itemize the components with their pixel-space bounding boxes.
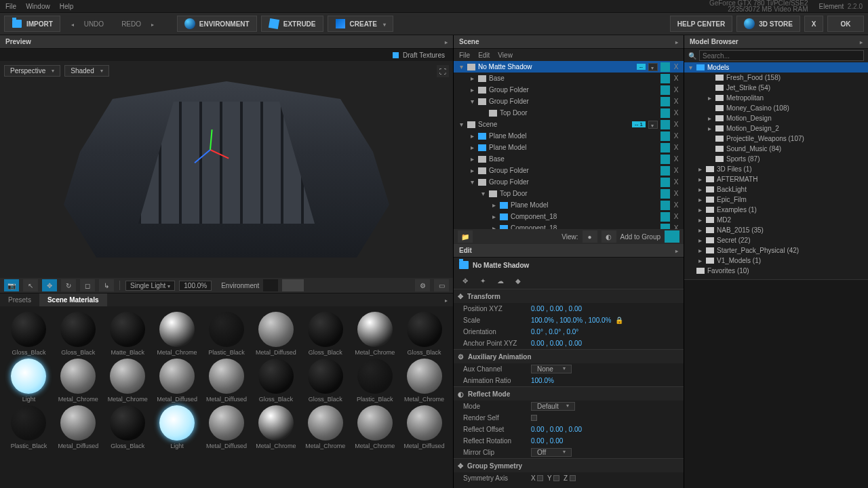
delete-icon[interactable]: X [671, 121, 681, 128]
tree-row[interactable]: Top DoorX [454, 107, 684, 119]
delete-icon[interactable]: X [671, 178, 681, 186]
tree-row[interactable]: ▸Plane ModelX [454, 199, 684, 211]
material-item[interactable]: Gloss_Black [55, 312, 102, 356]
scene-menu-file[interactable]: File [459, 52, 470, 59]
material-item[interactable]: Metal_Chrome [104, 359, 151, 403]
tree-row[interactable]: ▸BaseX [454, 153, 684, 165]
mirror-clip-dropdown[interactable]: Off [531, 448, 572, 457]
create-button[interactable]: CREATE [328, 16, 393, 32]
material-item[interactable]: Gloss_Black [252, 359, 299, 403]
collapse-icon[interactable] [675, 38, 678, 45]
material-item[interactable]: Metal_Chrome [401, 359, 448, 403]
diamond-icon[interactable]: ◆ [512, 274, 524, 287]
store-button[interactable]: 3D STORE [736, 16, 800, 32]
material-item[interactable]: Gloss_Black [302, 312, 349, 356]
delete-icon[interactable]: X [671, 144, 681, 151]
prop-scale-value[interactable]: 100.0% , 100.0% , 100.0% [531, 317, 611, 324]
display-icon[interactable]: ▭ [434, 279, 449, 291]
visibility-toggle[interactable] [660, 178, 670, 187]
material-item[interactable]: Metal_Diffused [203, 405, 250, 449]
material-item[interactable]: Gloss_Black [401, 312, 448, 356]
view-mode-1[interactable]: ● [583, 230, 597, 243]
sym-y-checkbox[interactable] [553, 475, 559, 481]
browser-row[interactable]: Projectile_Weapons (107) [684, 134, 868, 144]
browser-row[interactable]: ▸3D Files (1) [684, 164, 868, 174]
anchor-tool[interactable]: ↳ [99, 279, 114, 291]
browser-row[interactable]: Favorites (10) [684, 266, 868, 276]
light-dropdown[interactable]: Single Light [125, 281, 175, 291]
sym-x-checkbox[interactable] [537, 475, 543, 481]
env-swatch[interactable] [282, 279, 304, 291]
tree-row[interactable]: ▸Component_18X [454, 211, 684, 222]
visibility-toggle[interactable] [660, 201, 670, 210]
browser-row[interactable]: ▸V1_Models (1) [684, 256, 868, 266]
menu-window[interactable]: Window [26, 3, 50, 10]
browser-row[interactable]: ▸Motion_Design [684, 113, 868, 123]
browser-row[interactable]: ▸MD2 [684, 215, 868, 225]
delete-icon[interactable]: X [671, 155, 681, 163]
section-reflect[interactable]: ◐Reflect Mode [454, 387, 684, 401]
material-item[interactable]: Gloss_Black [302, 359, 349, 403]
material-item[interactable]: Metal_Chrome [351, 312, 398, 356]
visibility-toggle[interactable] [660, 212, 670, 222]
prop-orient-value[interactable]: 0.0° , 0.0° , 0.0° [531, 328, 578, 336]
tree-row[interactable]: ▸Group FolderX [454, 84, 684, 96]
visibility-toggle[interactable] [660, 224, 670, 230]
tab-presets[interactable]: Presets [0, 293, 39, 306]
material-item[interactable]: Metal_Diffused [401, 405, 448, 449]
delete-icon[interactable]: X [671, 224, 681, 229]
collapse-icon[interactable] [439, 293, 453, 306]
material-item[interactable]: Metal_Diffused [203, 359, 250, 403]
collapse-icon[interactable] [675, 247, 678, 254]
move-tool[interactable]: ✥ [42, 279, 57, 291]
browser-row[interactable]: Sports (87) [684, 154, 868, 164]
material-item[interactable]: Light [5, 359, 52, 403]
delete-icon[interactable]: X [671, 213, 681, 220]
section-aux[interactable]: ⚙Auxiliary Animation [454, 350, 684, 363]
folder-icon[interactable]: 📁 [458, 230, 473, 243]
tree-row[interactable]: ▸Component_18X [454, 222, 684, 229]
aux-channel-dropdown[interactable]: None [531, 365, 572, 373]
reflect-mode-dropdown[interactable]: Default [531, 402, 575, 411]
light-pct[interactable]: 100.0% [179, 281, 212, 291]
help-center-button[interactable]: HELP CENTER [670, 16, 732, 32]
tree-row[interactable]: ▸BaseX [454, 73, 684, 84]
browser-row[interactable]: Jet_Strike (54) [684, 83, 868, 93]
aux-ratio-value[interactable]: 100.0% [531, 377, 554, 384]
visibility-toggle[interactable] [660, 62, 670, 72]
menu-help[interactable]: Help [60, 3, 74, 10]
visibility-toggle[interactable] [660, 131, 670, 141]
add-to-group-button[interactable]: Add to Group [620, 233, 660, 241]
scene-menu-view[interactable]: View [498, 52, 513, 59]
browser-row[interactable]: ▸AFTERMATH [684, 174, 868, 184]
material-item[interactable]: Metal_Chrome [154, 312, 201, 356]
tree-row[interactable]: ▾Scene-- 1X [454, 119, 684, 130]
delete-icon[interactable]: X [671, 75, 681, 82]
visibility-toggle[interactable] [660, 143, 670, 152]
view-mode-2[interactable]: ◐ [601, 230, 616, 243]
close-button[interactable]: X [804, 16, 823, 32]
redo-button[interactable]: REDO [115, 16, 161, 32]
visibility-toggle[interactable] [660, 120, 670, 129]
browser-row[interactable]: ▸Starter_Pack_Physical (42) [684, 245, 868, 256]
visibility-toggle[interactable] [660, 74, 670, 83]
material-item[interactable]: Light [154, 405, 201, 449]
delete-icon[interactable]: X [671, 109, 681, 117]
env-toggle[interactable] [263, 279, 278, 291]
collapse-icon[interactable] [445, 38, 448, 45]
search-input[interactable] [699, 50, 864, 61]
browser-row[interactable]: Sound_Music (84) [684, 144, 868, 154]
extrude-button[interactable]: EXTRUDE [261, 16, 323, 32]
viewport[interactable]: Perspective Shaded ⛶ [0, 61, 453, 278]
tree-row[interactable]: ▾No Matte Shadow--X [454, 61, 684, 73]
sym-z-checkbox[interactable] [570, 475, 576, 481]
material-item[interactable]: Metal_Diffused [154, 359, 201, 403]
browser-row[interactable]: ▸Motion_Design_2 [684, 123, 868, 134]
delete-icon[interactable]: X [671, 86, 681, 94]
transform-gizmo[interactable] [190, 129, 231, 169]
menu-file[interactable]: File [5, 3, 16, 10]
visibility-toggle[interactable] [660, 189, 670, 199]
material-item[interactable]: Gloss_Black [5, 312, 52, 356]
particles-icon[interactable]: ✦ [477, 274, 489, 287]
rotate-tool[interactable]: ↻ [61, 279, 76, 291]
